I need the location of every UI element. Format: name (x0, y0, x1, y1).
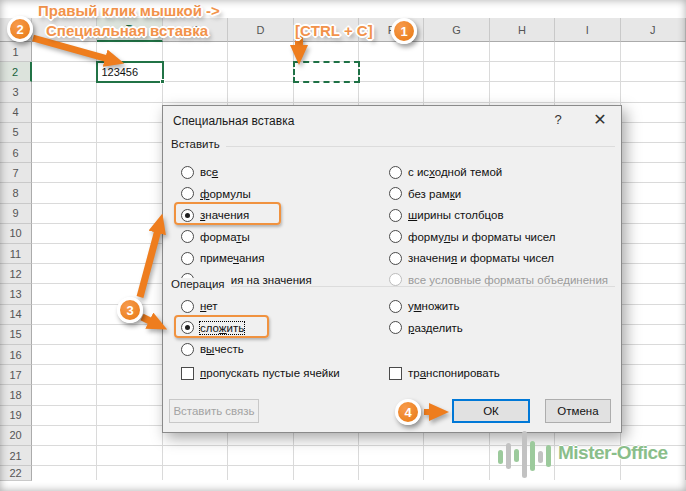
radio-unselected[interactable] (181, 252, 194, 265)
copied-cell-e2-marching-ants[interactable] (293, 61, 360, 83)
row-header-5[interactable]: 5 (0, 123, 32, 143)
row-header-9[interactable]: 9 (0, 204, 32, 224)
radio-option-форматы[interactable]: форматы (181, 228, 250, 246)
radio-label: все (200, 166, 218, 178)
step-badge-3: 3 (117, 297, 143, 323)
radio-label: форматы (200, 231, 250, 243)
radio-label: примечания (200, 252, 264, 264)
radio-option-все-условные-форматы-объединения: все условные форматы объединения (389, 271, 608, 289)
logo-bar (506, 443, 511, 469)
radio-unselected[interactable] (389, 321, 402, 334)
logo-text: Mister-Office (558, 442, 668, 464)
logo-bar (498, 450, 503, 464)
fill-handle[interactable] (160, 79, 165, 84)
logo-bar (530, 441, 535, 471)
logo-bar (514, 449, 519, 462)
radio-option-примечания[interactable]: примечания (181, 249, 264, 267)
row-header-12[interactable]: 12 (0, 264, 32, 284)
row-header-18[interactable]: 18 (0, 385, 32, 405)
radio-label: умножить (408, 300, 460, 312)
radio-label: нет (200, 300, 218, 312)
row-header-13[interactable]: 13 (0, 284, 32, 304)
radio-unselected[interactable] (389, 300, 402, 313)
row-header-2[interactable]: 2 (0, 62, 32, 82)
row-header-15[interactable]: 15 (0, 325, 32, 345)
group-label-operation: Операция (171, 278, 231, 290)
checkbox-option-пропускать-пустые-ячейки[interactable]: пропускать пустые ячейки (181, 364, 340, 382)
radio-label: вычесть (200, 343, 244, 355)
radio-unselected[interactable] (181, 187, 194, 200)
radio-unselected[interactable] (181, 230, 194, 243)
row-header-11[interactable]: 11 (0, 244, 32, 264)
radio-option-без-рамки[interactable]: без рамки (389, 185, 461, 203)
column-header-H[interactable]: H (490, 18, 555, 42)
radio-label: разделить (408, 322, 463, 334)
radio-option-значения-и-форматы-чисел[interactable]: значения и форматы чисел (389, 249, 554, 267)
close-icon[interactable]: ✕ (583, 110, 617, 132)
row-header-7[interactable]: 7 (0, 163, 32, 183)
radio-unselected[interactable] (389, 230, 402, 243)
radio-option-умножить[interactable]: умножить (389, 297, 460, 315)
radio-unselected[interactable] (389, 209, 402, 222)
radio-unselected[interactable] (389, 166, 402, 179)
column-header-D[interactable]: D (228, 18, 293, 42)
checkbox-unchecked[interactable] (389, 367, 402, 380)
radio-unselected[interactable] (181, 166, 194, 179)
radio-option-разделить[interactable]: разделить (389, 319, 463, 337)
row-header-8[interactable]: 8 (0, 183, 32, 203)
paste-link-button: Вставить связь (169, 399, 259, 423)
step-badge-1: 1 (391, 18, 417, 44)
dialog-title: Специальная вставка (173, 114, 294, 128)
radio-option-вычесть[interactable]: вычесть (181, 340, 244, 358)
row-header-4[interactable]: 4 (0, 103, 32, 123)
paste-special-dialog: Специальная вставка ? ✕ Вставить Операци… (162, 105, 622, 433)
selected-cell-b2[interactable]: 123456 (96, 61, 163, 83)
checkbox-option-транспонировать[interactable]: транспонировать (389, 364, 500, 382)
radio-label: формулы и форматы чисел (408, 231, 556, 243)
cell-value: 123456 (101, 66, 138, 78)
mister-office-logo: Mister-Office (494, 428, 684, 480)
help-icon[interactable]: ? (543, 112, 573, 132)
radio-label: формулы (200, 188, 251, 200)
column-header-I[interactable]: I (555, 18, 620, 42)
group-label-paste: Вставить (171, 138, 226, 150)
ok-button[interactable]: ОК (452, 399, 530, 423)
radio-unselected[interactable] (181, 300, 194, 313)
radio-option-с-исходной-темой[interactable]: с исходной темой (389, 163, 502, 181)
excel-screenshot: ABCDEFGHIJ 12345678910111213141516171819… (0, 0, 686, 491)
row-header-19[interactable]: 19 (0, 406, 32, 426)
annotation-ctrl-c: [CTRL + C] (295, 22, 373, 39)
radio-unselected (389, 273, 402, 286)
row-header-16[interactable]: 16 (0, 345, 32, 365)
radio-option-нет[interactable]: нет (181, 297, 218, 315)
row-header-6[interactable]: 6 (0, 143, 32, 163)
row-header-21[interactable]: 21 (0, 446, 32, 466)
radio-option-все[interactable]: все (181, 163, 218, 181)
radio-option-формулы[interactable]: формулы (181, 185, 251, 203)
highlight-values-option (174, 202, 281, 225)
cancel-button[interactable]: Отмена (545, 399, 611, 423)
checkbox-label: пропускать пустые ячейки (200, 367, 340, 379)
radio-option-ширины-столбцов[interactable]: ширины столбцов (389, 206, 504, 224)
row-header-14[interactable]: 14 (0, 305, 32, 325)
radio-unselected[interactable] (181, 343, 194, 356)
column-header-G[interactable]: G (424, 18, 489, 42)
radio-label: без рамки (408, 188, 461, 200)
logo-bar (546, 445, 551, 467)
radio-unselected[interactable] (389, 187, 402, 200)
radio-option-формулы-и-форматы-чисел[interactable]: формулы и форматы чисел (389, 228, 556, 246)
radio-unselected[interactable] (389, 252, 402, 265)
radio-label: значения и форматы чисел (408, 252, 554, 264)
row-header-10[interactable]: 10 (0, 224, 32, 244)
row-header-3[interactable]: 3 (0, 82, 32, 102)
row-header-17[interactable]: 17 (0, 365, 32, 385)
row-header-1[interactable]: 1 (0, 42, 32, 62)
row-header-20[interactable]: 20 (0, 426, 32, 446)
radio-label: ширины столбцов (408, 209, 504, 221)
annotation-paste-special: Специальная вставка (46, 22, 208, 39)
checkbox-unchecked[interactable] (181, 367, 194, 380)
radio-label: все условные форматы объединения (408, 274, 608, 286)
step-badge-2: 2 (7, 16, 33, 42)
column-header-J[interactable]: J (621, 18, 686, 42)
row-header-22[interactable]: 22 (0, 466, 32, 481)
